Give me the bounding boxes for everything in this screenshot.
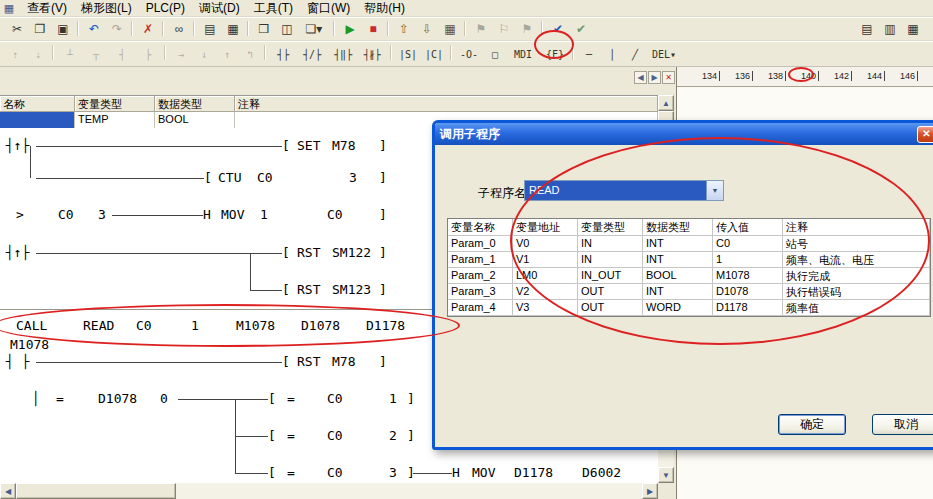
param-cell-r1-c1[interactable]: V1: [513, 252, 578, 268]
ladder-text[interactable]: ]: [407, 392, 415, 406]
ladder-text[interactable]: 1: [389, 392, 397, 406]
close-editor-button[interactable]: ✕: [662, 71, 675, 84]
menu-item-3[interactable]: 调试(D): [192, 0, 247, 18]
contact-rising-edge[interactable]: ┤↑├: [6, 246, 29, 260]
ladder-text[interactable]: 2: [389, 429, 397, 443]
param-cell-r4-c5[interactable]: 频率值: [783, 300, 930, 316]
ladder-text[interactable]: ]: [379, 139, 387, 153]
ladder-text[interactable]: D1178: [366, 319, 405, 333]
contact-open[interactable]: ┤ ├: [6, 355, 29, 369]
menu-item-5[interactable]: 窗口(W): [300, 0, 357, 18]
param-cell-r1-c4[interactable]: 1: [713, 252, 783, 268]
ladder-text[interactable]: SM123: [332, 283, 371, 297]
param-cell-r4-c1[interactable]: V3: [513, 300, 578, 316]
bookmark-set-button[interactable]: ⚑: [470, 19, 492, 39]
ladder-text[interactable]: D6002: [582, 466, 621, 480]
ladder-text[interactable]: RST: [297, 283, 320, 297]
ladder-text[interactable]: [: [282, 139, 290, 153]
param-cell-r4-c3[interactable]: WORD: [643, 300, 713, 316]
ladder-text[interactable]: 0: [160, 392, 168, 406]
tile-windows-button[interactable]: ◫: [276, 19, 298, 39]
param-cell-r0-c2[interactable]: IN: [578, 236, 643, 252]
param-cell-r1-c2[interactable]: IN: [578, 252, 643, 268]
param-cell-r2-c4[interactable]: M1078: [713, 268, 783, 284]
contact-closed-button[interactable]: ┤/├: [298, 44, 326, 64]
horizontal-scrollbar[interactable]: ◀ ▶: [0, 483, 658, 499]
ladder-text[interactable]: [: [282, 355, 290, 369]
ladder-text[interactable]: C0: [327, 466, 343, 480]
param-cell-r2-c2[interactable]: IN_OUT: [578, 268, 643, 284]
ladder-text[interactable]: RST: [297, 246, 320, 260]
junction-right-button[interactable]: ├: [136, 44, 160, 64]
ladder-text[interactable]: C0: [136, 319, 152, 333]
reset-coil-button[interactable]: |C|: [422, 44, 446, 64]
download-button[interactable]: ⇩: [416, 19, 438, 39]
ladder-text[interactable]: C0: [327, 392, 343, 406]
ladder-text[interactable]: ]: [407, 429, 415, 443]
menu-item-4[interactable]: 工具(T): [247, 0, 300, 18]
bookmark-clear-button[interactable]: ⚑: [516, 19, 538, 39]
cascade-windows-button[interactable]: ❒: [253, 19, 275, 39]
ladder-text[interactable]: [: [268, 392, 276, 406]
dialog-titlebar[interactable]: 调用子程序 ✕: [435, 123, 933, 145]
ladder-text[interactable]: =: [287, 466, 295, 480]
contact-immediate-closed-button[interactable]: ┤∦├: [358, 44, 386, 64]
call-instruction[interactable]: CALL: [16, 319, 47, 333]
goto-previous-button[interactable]: ⇡: [4, 44, 26, 64]
cancel-button[interactable]: 取消: [872, 414, 933, 435]
param-cell-r4-c2[interactable]: OUT: [578, 300, 643, 316]
bookmark-next-button[interactable]: ⚐: [493, 19, 515, 39]
line-bend-button[interactable]: ↰: [239, 44, 261, 64]
undo-button[interactable]: ↶: [83, 19, 105, 39]
variable-cell-1[interactable]: TEMP: [75, 112, 155, 129]
ok-button[interactable]: 确定: [778, 414, 846, 435]
symbol-table-button[interactable]: ▤: [856, 19, 878, 39]
combobox-dropdown-icon[interactable]: ▼: [706, 181, 723, 200]
horizontal-scroll-thumb[interactable]: [16, 483, 176, 499]
ladder-text[interactable]: C0: [58, 208, 74, 222]
junction-left-button[interactable]: ┤: [110, 44, 134, 64]
delete-tool-dropdown-button[interactable]: DEL▾: [647, 44, 681, 64]
menu-item-6[interactable]: 帮助(H): [357, 0, 412, 18]
ladder-text[interactable]: =: [287, 429, 295, 443]
param-cell-r3-c1[interactable]: V2: [513, 284, 578, 300]
param-cell-r4-c0[interactable]: Param_4: [448, 300, 513, 316]
scroll-tabs-left-button[interactable]: ◀: [634, 71, 647, 84]
copy-button[interactable]: ❐: [29, 19, 51, 39]
ladder-text[interactable]: H: [203, 208, 211, 222]
param-cell-r0-c5[interactable]: 站号: [783, 236, 930, 252]
delete-button[interactable]: ✗: [137, 19, 159, 39]
compile-check-button[interactable]: ✔: [547, 19, 569, 39]
junction-down-button[interactable]: ┬: [84, 44, 108, 64]
variable-cell-2[interactable]: BOOL: [155, 112, 235, 129]
param-cell-r1-c3[interactable]: INT: [643, 252, 713, 268]
menu-item-1[interactable]: 梯形图(L): [74, 0, 139, 18]
options-grid-button[interactable]: ▦: [439, 19, 461, 39]
menu-item-0[interactable]: 查看(V): [20, 0, 74, 18]
param-cell-r0-c0[interactable]: Param_0: [448, 236, 513, 252]
param-cell-r3-c0[interactable]: Param_3: [448, 284, 513, 300]
ladder-text[interactable]: SET: [297, 139, 320, 153]
set-coil-button[interactable]: |S|: [396, 44, 420, 64]
ladder-text[interactable]: CTU: [218, 171, 241, 185]
mdi-box-button[interactable]: MDI: [508, 44, 538, 64]
ladder-text[interactable]: ]: [379, 283, 387, 297]
line-up-button[interactable]: ↑: [216, 44, 238, 64]
contact-label[interactable]: M1078: [10, 338, 49, 352]
ladder-text[interactable]: ]: [379, 355, 387, 369]
ladder-text[interactable]: RST: [297, 355, 320, 369]
ladder-text[interactable]: │: [32, 392, 40, 406]
ladder-text[interactable]: [: [204, 171, 212, 185]
variable-cell-0[interactable]: [0, 112, 75, 129]
ladder-text[interactable]: M1078: [236, 319, 275, 333]
param-cell-r2-c5[interactable]: 执行完成: [783, 268, 930, 284]
function-box-button[interactable]: □: [484, 44, 506, 64]
data-block-button[interactable]: ▦: [902, 19, 924, 39]
ladder-text[interactable]: 1: [191, 319, 199, 333]
ladder-text[interactable]: 3: [98, 208, 106, 222]
call-subroutine-name[interactable]: READ: [83, 319, 114, 333]
ladder-text[interactable]: MOV: [472, 466, 495, 480]
ladder-text[interactable]: D1078: [98, 392, 137, 406]
ladder-text[interactable]: M78: [332, 355, 355, 369]
ladder-text[interactable]: ]: [379, 208, 387, 222]
